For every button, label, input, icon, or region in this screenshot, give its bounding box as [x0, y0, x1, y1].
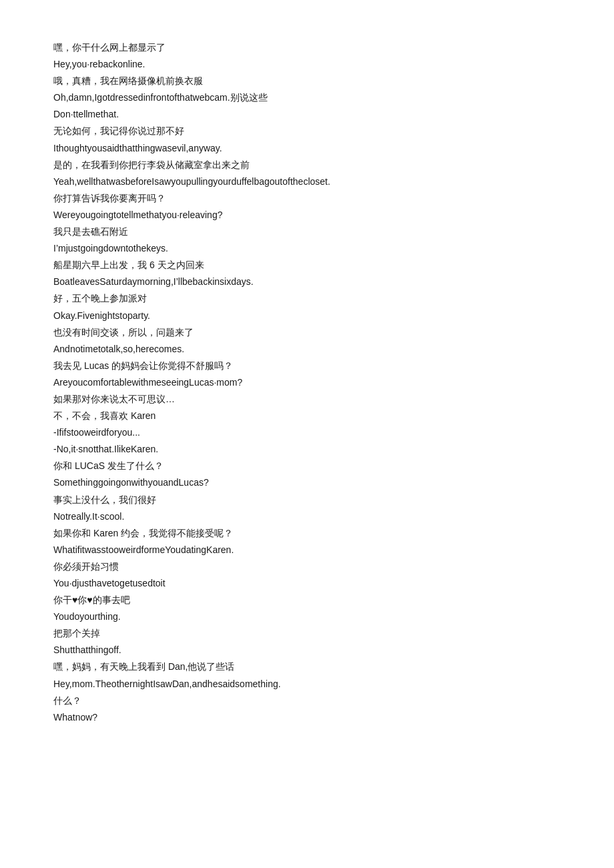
conversation-line-14: 船星期六早上出发，我 6 天之内回来 [53, 258, 561, 273]
conversation-line-24: -Ififstooweirdforyou... [53, 425, 561, 440]
conversation-line-1: 嘿，你干什么网上都显示了 [53, 40, 561, 55]
conversation-line-20: 我去见 Lucas 的妈妈会让你觉得不舒服吗？ [53, 358, 561, 374]
conversation-line-3: 哦，真糟，我在网络摄像机前换衣服 [53, 73, 561, 89]
conversation-container: 嘿，你干什么网上都显示了Hey,you·rebackonline.哦，真糟，我在… [53, 40, 561, 725]
conversation-line-32: 你必须开始习惯 [53, 559, 561, 574]
conversation-line-15: BoatleavesSaturdaymorning,I’llbebackinsi… [53, 274, 561, 290]
conversation-line-16: 好，五个晚上参加派对 [53, 291, 561, 306]
conversation-line-23: 不，不会，我喜欢 Karen [53, 408, 561, 424]
conversation-line-13: I’mjustgoingdowntothekeys. [53, 241, 561, 256]
conversation-line-38: 嘿，妈妈，有天晚上我看到 Dan,他说了些话 [53, 659, 561, 675]
conversation-line-35: Youdoyourthing. [53, 609, 561, 624]
conversation-line-37: Shutthatthingoff. [53, 642, 561, 658]
conversation-line-30: 如果你和 Karen 约会，我觉得不能接受呢？ [53, 526, 561, 541]
conversation-line-6: 无论如何，我记得你说过那不好 [53, 123, 561, 139]
conversation-line-25: -No,it·snotthat.IlikeKaren. [53, 442, 561, 457]
conversation-line-12: 我只是去礁石附近 [53, 224, 561, 240]
conversation-line-39: Hey,mom.TheothernightIsawDan,andhesaidso… [53, 677, 561, 692]
conversation-line-4: Oh,damn,Igotdressedinfrontofthatwebcam.别… [53, 90, 561, 105]
conversation-line-40: 什么？ [53, 693, 561, 709]
conversation-line-19: Andnotimetotalk,so,herecomes. [53, 342, 561, 357]
conversation-line-36: 把那个关掉 [53, 626, 561, 641]
conversation-line-17: Okay.Fivenightstoparty. [53, 308, 561, 324]
conversation-line-2: Hey,you·rebackonline. [53, 57, 561, 72]
conversation-line-7: Ithoughtyousaidthatthingwasevil,anyway. [53, 141, 561, 156]
conversation-line-8: 是的，在我看到你把行李袋从储藏室拿出来之前 [53, 157, 561, 173]
conversation-line-29: Notreally.It·scool. [53, 509, 561, 524]
conversation-line-33: You·djusthavetogetusedtoit [53, 576, 561, 591]
conversation-line-22: 如果那对你来说太不可思议… [53, 392, 561, 407]
conversation-line-34: 你干♥你♥的事去吧 [53, 592, 561, 608]
conversation-line-41: Whatnow? [53, 710, 561, 725]
conversation-line-31: WhatifitwasstooweirdformeYoudatingKaren. [53, 542, 561, 558]
conversation-line-10: 你打算告诉我你要离开吗？ [53, 191, 561, 206]
conversation-line-26: 你和 LUCaS 发生了什么？ [53, 458, 561, 474]
conversation-line-21: AreyoucomfortablewithmeseeingLucas·mom? [53, 375, 561, 390]
conversation-line-9: Yeah,wellthatwasbeforeIsawyoupullingyour… [53, 174, 561, 189]
conversation-line-11: Wereyougoingtotellmethatyou·releaving? [53, 207, 561, 223]
conversation-line-5: Don·ttellmethat. [53, 107, 561, 122]
conversation-line-28: 事实上没什么，我们很好 [53, 492, 561, 508]
conversation-line-18: 也没有时间交谈，所以，问题来了 [53, 325, 561, 340]
conversation-line-27: SomethinggoingonwithyouandLucas? [53, 475, 561, 490]
